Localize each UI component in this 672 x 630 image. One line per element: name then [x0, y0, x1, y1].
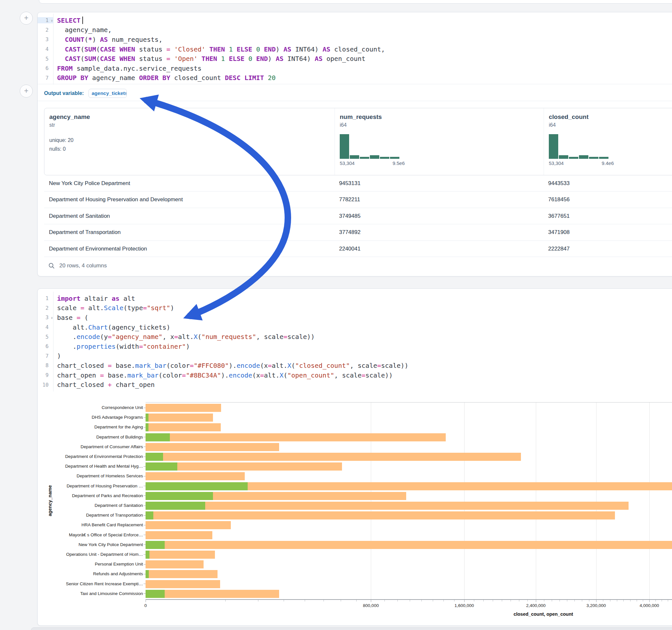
add-cell-button[interactable]: +	[20, 12, 33, 25]
open-count-bar[interactable]	[146, 413, 148, 421]
open-count-bar[interactable]	[146, 492, 213, 500]
closed-count-bar[interactable]	[146, 502, 628, 510]
open-count-bar[interactable]	[146, 511, 153, 519]
x-axis-minor-tick	[643, 600, 643, 602]
x-axis-minor-tick	[617, 600, 617, 602]
line-number: 9	[38, 372, 53, 378]
code-line[interactable]: 7)	[38, 351, 672, 361]
x-axis-minor-tick	[567, 600, 567, 602]
code-line[interactable]: 2 agency_name,	[38, 25, 672, 35]
x-axis-tick-label: 800,000	[363, 603, 379, 608]
open-count-bar[interactable]	[146, 502, 205, 510]
table-row[interactable]: Department of Housing Preservation and D…	[44, 192, 672, 208]
code-text: GROUP BY agency_name ORDER BY closed_cou…	[53, 74, 275, 82]
closed-count-bar[interactable]	[146, 590, 279, 598]
open-count-bar[interactable]	[146, 541, 165, 549]
code-line[interactable]: 1∨SELECT	[38, 16, 672, 25]
code-line[interactable]: 5 .encode(y="agency_name", x=alt.X("num_…	[38, 332, 672, 342]
x-axis-line	[146, 599, 672, 600]
closed-count-bar[interactable]	[146, 404, 221, 412]
open-count-bar[interactable]	[146, 462, 177, 470]
y-axis-label: Refunds and Adjustments	[38, 570, 143, 578]
x-axis-minor-tick	[603, 600, 603, 602]
closed-count-bar[interactable]	[146, 580, 220, 588]
x-axis-minor-tick	[356, 600, 357, 602]
closed-count-bar[interactable]	[146, 423, 221, 431]
x-axis-minor-tick	[589, 600, 589, 602]
closed-count-bar[interactable]	[146, 531, 212, 539]
closed-count-bar[interactable]	[146, 541, 672, 549]
code-line[interactable]: 8chart_closed = base.mark_bar(color="#FF…	[38, 361, 672, 370]
x-axis-minor-tick	[398, 600, 398, 602]
output-variable-input[interactable]: agency_tickets	[89, 89, 127, 98]
column-header-num_requests[interactable]: num_requestsi6453,3049.5e6	[335, 108, 544, 175]
x-axis-major-tick	[649, 600, 650, 602]
line-number: 6	[38, 343, 53, 349]
table-row[interactable]: New York City Police Department945313194…	[44, 175, 672, 192]
x-axis-minor-tick	[305, 600, 305, 602]
code-line[interactable]: 1import altair as alt	[38, 294, 672, 303]
fold-chevron-icon[interactable]: ∨	[51, 316, 53, 319]
closed-count-bar[interactable]	[146, 453, 521, 461]
x-axis-minor-tick	[544, 600, 544, 602]
previous-cell-edge	[39, 0, 672, 4]
code-text: agency_name,	[53, 26, 112, 34]
table-cell: 2222847	[548, 241, 570, 257]
x-axis-tick-label: 3,200,000	[586, 603, 606, 608]
column-header-closed_count[interactable]: closed_counti6453,3049.4e6	[544, 108, 672, 175]
code-line[interactable]: 6FROM sample_data.nyc.service_requests	[38, 64, 672, 73]
column-histogram	[549, 134, 609, 159]
x-axis-minor-tick	[433, 600, 433, 602]
table-cell: New York City Police Department	[49, 175, 130, 191]
code-line[interactable]: 7GROUP BY agency_name ORDER BY closed_co…	[38, 73, 672, 83]
x-axis-minor-tick	[443, 600, 444, 602]
histogram-bar	[370, 155, 379, 159]
code-line[interactable]: 4 alt.Chart(agency_tickets)	[38, 322, 672, 332]
open-count-bar[interactable]	[146, 453, 163, 461]
closed-count-bar[interactable]	[146, 570, 217, 578]
python-code-editor[interactable]: 1import altair as alt2scale = alt.Scale(…	[38, 294, 672, 390]
closed-count-bar[interactable]	[146, 551, 215, 559]
closed-count-bar[interactable]	[146, 413, 213, 421]
histogram-bar	[390, 157, 399, 159]
open-count-bar[interactable]	[146, 590, 165, 598]
closed-count-bar[interactable]	[146, 433, 446, 441]
code-line[interactable]: 4 CAST(SUM(CASE WHEN status = 'Closed' T…	[38, 44, 672, 54]
code-line[interactable]: 10chart_closed + chart_open	[38, 380, 672, 390]
python-cell-card: 1import altair as alt2scale = alt.Scale(…	[37, 288, 672, 626]
cell-divider	[38, 84, 672, 84]
closed-count-bar[interactable]	[146, 560, 203, 568]
code-text: alt.Chart(agency_tickets)	[53, 323, 170, 331]
line-number: 10	[38, 382, 53, 388]
closed-count-bar[interactable]	[146, 511, 615, 519]
x-axis-minor-tick	[474, 600, 474, 602]
code-text: SELECT	[53, 17, 83, 24]
open-count-bar[interactable]	[146, 482, 248, 490]
open-count-bar[interactable]	[146, 551, 149, 559]
search-icon[interactable]	[48, 263, 55, 269]
y-axis-tick	[144, 535, 146, 535]
open-count-bar[interactable]	[146, 433, 170, 441]
code-line[interactable]: 3 COUNT(*) AS num_requests,	[38, 35, 672, 44]
code-line[interactable]: 2scale = alt.Scale(type="sqrt")	[38, 303, 672, 313]
code-line[interactable]: 9chart_open = base.mark_bar(color="#8BC3…	[38, 370, 672, 380]
table-cell: 3774892	[339, 224, 360, 240]
column-header-agency_name[interactable]: agency_namestrunique: 20nulls: 0	[44, 108, 335, 175]
add-cell-button[interactable]: +	[20, 84, 33, 98]
code-line[interactable]: 6 .properties(width="container")	[38, 342, 672, 351]
notebook-canvas: { "colors": { "histogram": "#3A7D6A", "c…	[0, 0, 672, 630]
table-row[interactable]: Department of Environmental Protection22…	[44, 241, 672, 257]
closed-count-bar[interactable]	[146, 472, 245, 480]
closed-count-bar[interactable]	[146, 521, 231, 529]
code-line[interactable]: 3∨base = (	[38, 313, 672, 322]
sql-code-editor[interactable]: 1∨SELECT2 agency_name,3 COUNT(*) AS num_…	[38, 16, 672, 83]
open-count-bar[interactable]	[146, 423, 148, 431]
table-row[interactable]: Department of Transportation377489234719…	[44, 224, 672, 240]
histogram-bar	[350, 155, 359, 159]
closed-count-bar[interactable]	[146, 443, 279, 451]
code-line[interactable]: 5 CAST(SUM(CASE WHEN status = 'Open' THE…	[38, 54, 672, 64]
table-row[interactable]: Department of Sanitation37494853677651	[44, 208, 672, 224]
open-count-bar[interactable]	[146, 570, 149, 578]
fold-chevron-icon[interactable]: ∨	[51, 19, 53, 22]
y-axis-tick	[144, 544, 146, 545]
